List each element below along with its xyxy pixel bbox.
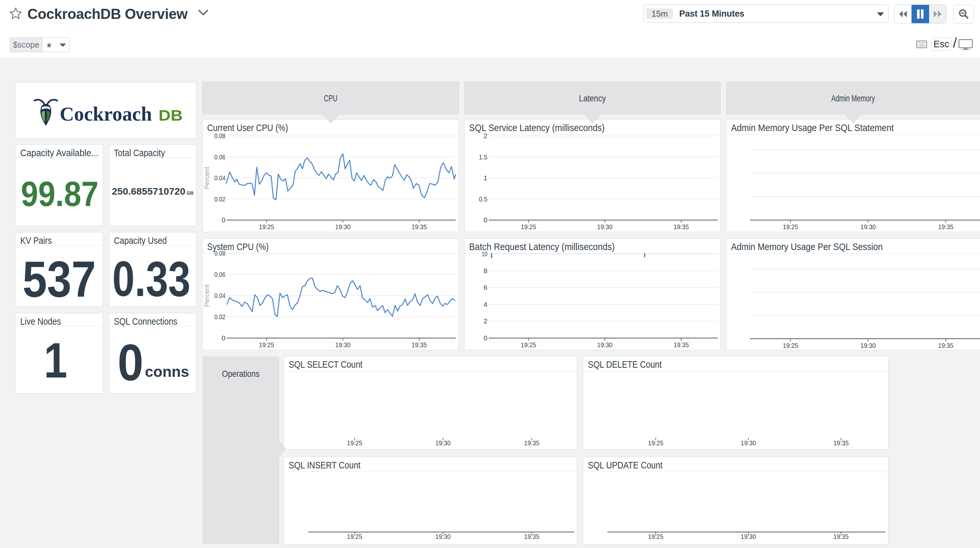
svg-text:19:35: 19:35 — [412, 341, 427, 348]
svg-text:19:25: 19:25 — [259, 223, 274, 230]
svg-text:0.06: 0.06 — [214, 270, 226, 278]
svg-text:19:35: 19:35 — [524, 439, 539, 446]
svg-text:19:25: 19:25 — [521, 341, 536, 348]
svg-text:2: 2 — [484, 317, 487, 325]
svg-text:19:35: 19:35 — [938, 342, 954, 349]
svg-text:0: 0 — [484, 334, 487, 342]
svg-text:Cockroach: Cockroach — [60, 103, 152, 125]
svg-text:8: 8 — [484, 267, 487, 275]
svg-text:19:25: 19:25 — [521, 223, 536, 230]
svg-text:Percent: Percent — [203, 284, 210, 307]
svg-text:19:30: 19:30 — [436, 533, 451, 540]
svg-text:0.04: 0.04 — [214, 174, 226, 181]
svg-text:4: 4 — [484, 300, 487, 308]
svg-text:19:25: 19:25 — [259, 341, 274, 348]
svg-text:19:35: 19:35 — [524, 533, 539, 540]
svg-text:0: 0 — [221, 216, 226, 224]
svg-text:19:30: 19:30 — [336, 223, 351, 230]
svg-text:19:25: 19:25 — [783, 342, 798, 349]
svg-text:6: 6 — [484, 284, 487, 291]
svg-text:19:30: 19:30 — [861, 342, 876, 349]
svg-text:19:25: 19:25 — [648, 533, 663, 540]
svg-text:19:35: 19:35 — [938, 223, 954, 230]
svg-text:1.5: 1.5 — [479, 153, 487, 161]
svg-text:0.06: 0.06 — [214, 153, 226, 161]
svg-text:1: 1 — [484, 174, 487, 181]
svg-text:19:25: 19:25 — [347, 439, 363, 446]
svg-text:19:35: 19:35 — [674, 223, 689, 230]
svg-text:19:30: 19:30 — [741, 439, 756, 446]
svg-text:DB: DB — [159, 107, 183, 124]
svg-text:19:35: 19:35 — [412, 223, 427, 230]
svg-text:0.04: 0.04 — [214, 292, 226, 299]
svg-text:0: 0 — [221, 334, 226, 342]
svg-text:19:30: 19:30 — [597, 223, 612, 230]
svg-text:19:25: 19:25 — [347, 533, 363, 540]
svg-text:0.08: 0.08 — [214, 249, 226, 257]
svg-text:19:30: 19:30 — [436, 439, 451, 446]
svg-text:2: 2 — [484, 132, 487, 140]
svg-text:19:35: 19:35 — [834, 439, 849, 446]
svg-text:0.08: 0.08 — [214, 132, 226, 140]
svg-text:19:25: 19:25 — [648, 439, 663, 446]
svg-text:0: 0 — [484, 216, 487, 224]
svg-text:19:30: 19:30 — [597, 341, 612, 348]
svg-text:19:30: 19:30 — [861, 223, 876, 230]
svg-text:0.5: 0.5 — [479, 195, 487, 203]
svg-text:19:30: 19:30 — [741, 533, 756, 540]
svg-text:19:30: 19:30 — [336, 341, 351, 348]
svg-text:19:35: 19:35 — [834, 533, 849, 540]
svg-text:19:25: 19:25 — [783, 223, 798, 230]
svg-text:Percent: Percent — [203, 167, 210, 189]
svg-text:19:35: 19:35 — [674, 341, 689, 348]
svg-text:10: 10 — [482, 250, 487, 257]
svg-text:0.02: 0.02 — [214, 313, 226, 321]
svg-text:0.02: 0.02 — [214, 195, 226, 203]
